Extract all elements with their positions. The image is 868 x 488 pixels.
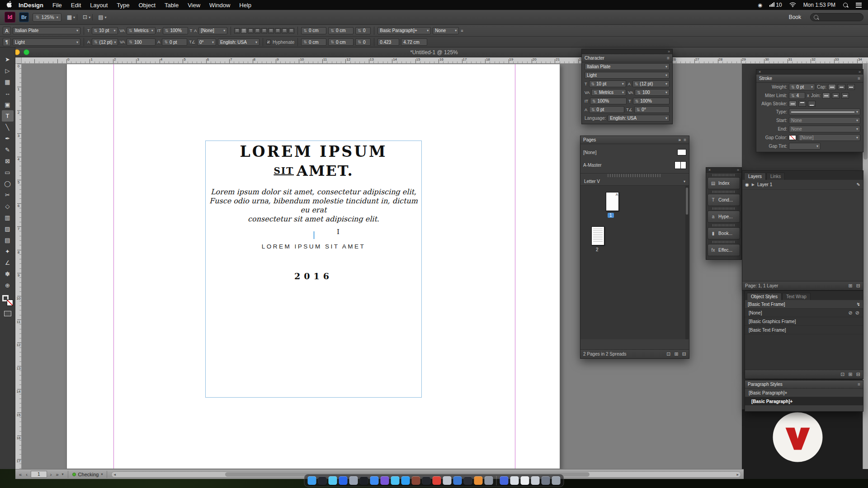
dropdown-icon[interactable]: ▾ <box>665 73 667 77</box>
new-page-icon[interactable]: ⊞ <box>675 351 679 357</box>
font-family-dropdown-icon[interactable]: ▾ <box>76 28 78 33</box>
stepper-icon[interactable]: ⇅ <box>591 82 595 86</box>
bookmarks-panel-button[interactable]: ▮ Book... <box>708 227 740 239</box>
char-size-field[interactable]: ⇅10 pt▾ <box>589 80 626 87</box>
drag-grip[interactable] <box>712 174 735 176</box>
dock-item-icon[interactable] <box>521 476 529 485</box>
collapse-panels-icon[interactable]: » <box>679 137 681 142</box>
apple-logo-icon[interactable] <box>6 1 12 9</box>
new-spread-icon[interactable]: ⊡ <box>666 351 670 357</box>
stroke-start-combo[interactable]: None▾ <box>789 117 860 124</box>
stepper-icon[interactable]: ⇅ <box>592 99 596 103</box>
page-list-dropdown-icon[interactable]: ▾ <box>62 472 64 476</box>
page-2-thumbnail[interactable] <box>591 226 604 245</box>
left-indent-stepper-icon[interactable]: ⇅ <box>303 28 307 33</box>
clear-attributes-icon[interactable]: ⊘ <box>855 310 859 316</box>
page-size-row[interactable]: Letter V ▾ <box>580 178 689 186</box>
tool-button[interactable]: ✒ <box>2 133 14 144</box>
fill-swatch-none[interactable] <box>7 300 13 306</box>
expand-dock-icon[interactable]: » <box>737 168 739 172</box>
stroke-panel-strip[interactable]: × » <box>756 70 863 75</box>
dropdown-icon[interactable]: ▾ <box>622 90 624 94</box>
delete-page-icon[interactable]: ⊟ <box>682 351 686 357</box>
tool-button[interactable]: ◯ <box>2 178 14 189</box>
dock-app-icon[interactable] <box>339 476 348 485</box>
align-button[interactable]: align-right <box>248 28 254 33</box>
char-skew-field[interactable]: ⇅0° <box>634 106 670 113</box>
stroke-panel-header[interactable]: Stroke ≡ <box>756 75 863 83</box>
bevel-join-button[interactable] <box>841 93 849 99</box>
bridge-button[interactable]: Br <box>19 12 29 22</box>
menubar-menu[interactable]: View <box>183 2 205 9</box>
dropdown-icon[interactable]: ▾ <box>856 110 858 114</box>
dock-app-icon[interactable] <box>474 476 483 485</box>
close-panel-icon[interactable]: × <box>759 70 761 74</box>
document-title-bar[interactable]: *Untitled-1 @ 125% <box>0 47 868 57</box>
preflight-status-text[interactable]: Checking <box>78 472 99 477</box>
tracking-stepper-icon[interactable]: ⇅ <box>129 40 132 44</box>
fill-type-icon[interactable]: T <box>190 28 193 33</box>
tool-button[interactable]: ▥ <box>2 212 14 223</box>
spotlight-search-icon[interactable] <box>843 2 849 8</box>
delete-layer-icon[interactable]: ⊟ <box>856 283 860 289</box>
character-panel-drag-strip[interactable]: » <box>582 49 672 54</box>
gap-color-combo[interactable]: [None]▾ <box>798 134 860 141</box>
dock-app-icon[interactable] <box>401 476 410 485</box>
dock-app-icon[interactable] <box>422 476 431 485</box>
page-1-thumbnail[interactable]: A <box>606 192 619 211</box>
clear-overrides-icon[interactable]: ⊘ <box>849 310 853 316</box>
workspace-switcher[interactable]: Book <box>789 14 801 20</box>
tool-button[interactable]: ▣ <box>2 99 14 110</box>
stepper-icon[interactable]: ⇅ <box>591 108 595 112</box>
dropdown-icon[interactable]: ▾ <box>811 85 813 89</box>
character-panel-header[interactable]: Character ≡ <box>582 54 672 62</box>
align-button[interactable]: justify-center <box>261 28 267 33</box>
char-baseline-field[interactable]: ⇅0 pt <box>589 106 624 113</box>
dropdown-icon[interactable]: ▾ <box>665 65 667 69</box>
tab-links[interactable]: Links <box>766 173 785 180</box>
space-after-field[interactable]: ⇅ 0 cm <box>328 38 354 46</box>
delete-style-icon[interactable]: ⊟ <box>856 371 860 377</box>
menubar-menu[interactable]: Object <box>134 2 160 9</box>
stroke-end-combo[interactable]: None▾ <box>789 126 860 132</box>
leading-field[interactable]: ⇅ (12 pt) ▾ <box>92 38 118 46</box>
dock-app-icon[interactable] <box>391 476 400 485</box>
active-app-name[interactable]: InDesign <box>14 2 48 9</box>
screen-record-icon[interactable]: ◉ <box>758 2 763 8</box>
dropdown-icon[interactable]: ▾ <box>665 90 667 94</box>
arrange-documents-button[interactable]: ▤ ▾ <box>96 14 108 20</box>
tool-button[interactable]: ⊠ <box>2 155 14 167</box>
dock-item-icon[interactable] <box>552 476 561 485</box>
object-style-row[interactable]: [None] ⊘ ⊘ <box>745 309 863 317</box>
last-page-button[interactable]: » <box>55 472 59 477</box>
page-2-number[interactable]: 2 <box>596 247 599 252</box>
paragraph-style-combo[interactable]: Basic Paragraph]+ ▾ <box>377 27 431 34</box>
dropdown-icon[interactable]: ▾ <box>856 118 858 122</box>
first-page-button[interactable]: « <box>18 472 23 477</box>
layers-list[interactable]: ◉ ▶ Layer 1 ✎ <box>742 180 863 281</box>
scroll-left-icon[interactable]: ◂ <box>113 472 116 477</box>
dropdown-icon[interactable]: ▾ <box>816 144 818 148</box>
tab-text-wrap[interactable]: Text Wrap <box>782 293 811 300</box>
dock-app-icon[interactable] <box>433 476 441 485</box>
drag-grip[interactable] <box>712 191 735 193</box>
paragraph-styles-menu-icon[interactable]: ≡ <box>858 382 860 387</box>
object-style-combo[interactable]: None ▾ <box>433 27 459 34</box>
char-font-style-combo[interactable]: Light▾ <box>585 72 670 79</box>
pages-list-area[interactable]: A 1 2 <box>580 186 689 339</box>
drag-grip[interactable] <box>712 224 735 226</box>
page-1-number[interactable]: 1 <box>608 213 614 218</box>
tab-object-styles[interactable]: Object Styles <box>747 293 782 300</box>
horizontal-ruler[interactable]: 0123456789101112131415161718192021222324… <box>22 57 868 64</box>
left-margin-guide[interactable] <box>113 64 114 469</box>
master-none-row[interactable]: [None] <box>583 146 686 159</box>
menubar-menu[interactable]: Edit <box>66 2 85 9</box>
page-number-field[interactable]: 1 <box>31 471 47 478</box>
effects-panel-button[interactable]: fx Effec... <box>708 244 740 256</box>
tool-button[interactable]: ⊕ <box>2 280 14 291</box>
layer-visibility-icon[interactable]: ◉ <box>745 182 749 187</box>
stepper-icon[interactable]: ⇅ <box>635 82 638 86</box>
wifi-icon[interactable] <box>789 2 796 9</box>
kerning-field[interactable]: ⇅ Metrics ▾ <box>127 27 156 34</box>
normal-view-mode-button[interactable] <box>4 311 11 316</box>
